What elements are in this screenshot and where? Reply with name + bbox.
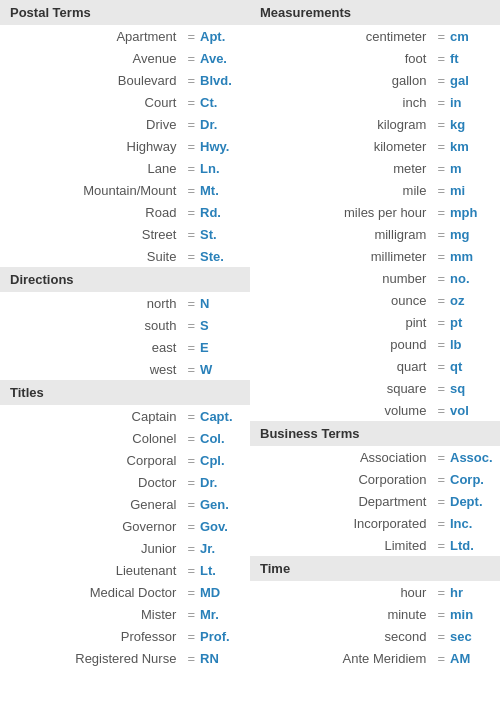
table-row: Lieutenant=Lt.	[0, 559, 250, 581]
abbreviation-label: cm	[450, 29, 500, 44]
term-label: milligram	[250, 227, 432, 242]
equals-sign: =	[432, 51, 450, 66]
term-label: volume	[250, 403, 432, 418]
abbreviation-label: Col.	[200, 431, 250, 446]
equals-sign: =	[182, 497, 200, 512]
term-label: Avenue	[0, 51, 182, 66]
abbreviation-label: Corp.	[450, 472, 500, 487]
term-label: quart	[250, 359, 432, 374]
table-row: pound=lb	[250, 333, 500, 355]
table-row: Drive=Dr.	[0, 113, 250, 135]
abbreviation-label: Cpl.	[200, 453, 250, 468]
term-label: Colonel	[0, 431, 182, 446]
section-header-1: Business Terms	[250, 421, 500, 446]
abbreviation-label: gal	[450, 73, 500, 88]
table-row: east=E	[0, 336, 250, 358]
abbreviation-label: min	[450, 607, 500, 622]
equals-sign: =	[432, 271, 450, 286]
equals-sign: =	[182, 296, 200, 311]
equals-sign: =	[432, 95, 450, 110]
equals-sign: =	[182, 340, 200, 355]
term-label: Incorporated	[250, 516, 432, 531]
term-label: north	[0, 296, 182, 311]
equals-sign: =	[432, 183, 450, 198]
term-label: Street	[0, 227, 182, 242]
term-label: west	[0, 362, 182, 377]
table-row: pint=pt	[250, 311, 500, 333]
term-label: foot	[250, 51, 432, 66]
equals-sign: =	[432, 538, 450, 553]
table-row: square=sq	[250, 377, 500, 399]
abbreviation-label: m	[450, 161, 500, 176]
equals-sign: =	[432, 494, 450, 509]
table-row: Junior=Jr.	[0, 537, 250, 559]
table-row: Mister=Mr.	[0, 603, 250, 625]
abbreviation-label: Gov.	[200, 519, 250, 534]
table-row: hour=hr	[250, 581, 500, 603]
section-header-2: Titles	[0, 380, 250, 405]
term-label: south	[0, 318, 182, 333]
table-row: volume=vol	[250, 399, 500, 421]
table-row: Registered Nurse=RN	[0, 647, 250, 669]
abbreviation-label: Ltd.	[450, 538, 500, 553]
abbreviation-label: sec	[450, 629, 500, 644]
abbreviation-label: ft	[450, 51, 500, 66]
table-row: Highway=Hwy.	[0, 135, 250, 157]
term-label: Mountain/Mount	[0, 183, 182, 198]
table-row: gallon=gal	[250, 69, 500, 91]
table-row: meter=m	[250, 157, 500, 179]
term-label: Highway	[0, 139, 182, 154]
term-label: Department	[250, 494, 432, 509]
abbreviation-label: no.	[450, 271, 500, 286]
equals-sign: =	[432, 516, 450, 531]
equals-sign: =	[182, 249, 200, 264]
table-row: miles per hour=mph	[250, 201, 500, 223]
table-row: inch=in	[250, 91, 500, 113]
term-label: Limited	[250, 538, 432, 553]
equals-sign: =	[182, 607, 200, 622]
abbreviation-label: pt	[450, 315, 500, 330]
abbreviation-label: Capt.	[200, 409, 250, 424]
table-row: minute=min	[250, 603, 500, 625]
equals-sign: =	[432, 450, 450, 465]
section-header-0: Postal Terms	[0, 0, 250, 25]
abbreviation-label: vol	[450, 403, 500, 418]
term-label: Captain	[0, 409, 182, 424]
equals-sign: =	[182, 227, 200, 242]
abbreviation-label: Ste.	[200, 249, 250, 264]
term-label: Lieutenant	[0, 563, 182, 578]
abbreviation-label: Hwy.	[200, 139, 250, 154]
term-label: Corporation	[250, 472, 432, 487]
term-label: pint	[250, 315, 432, 330]
equals-sign: =	[182, 651, 200, 666]
term-label: number	[250, 271, 432, 286]
term-label: kilometer	[250, 139, 432, 154]
term-label: inch	[250, 95, 432, 110]
table-row: Avenue=Ave.	[0, 47, 250, 69]
equals-sign: =	[432, 359, 450, 374]
left-column: Postal TermsApartment=Apt.Avenue=Ave.Bou…	[0, 0, 250, 669]
term-label: General	[0, 497, 182, 512]
abbreviation-label: E	[200, 340, 250, 355]
abbreviation-label: Ave.	[200, 51, 250, 66]
right-column: Measurementscentimeter=cmfoot=ftgallon=g…	[250, 0, 500, 669]
term-label: Corporal	[0, 453, 182, 468]
table-row: north=N	[0, 292, 250, 314]
abbreviation-label: Mr.	[200, 607, 250, 622]
table-row: Limited=Ltd.	[250, 534, 500, 556]
term-label: minute	[250, 607, 432, 622]
equals-sign: =	[182, 29, 200, 44]
equals-sign: =	[432, 651, 450, 666]
table-row: Road=Rd.	[0, 201, 250, 223]
table-row: Street=St.	[0, 223, 250, 245]
equals-sign: =	[182, 541, 200, 556]
table-row: number=no.	[250, 267, 500, 289]
table-row: south=S	[0, 314, 250, 336]
abbreviation-label: Prof.	[200, 629, 250, 644]
abbreviation-label: Assoc.	[450, 450, 500, 465]
abbreviation-label: St.	[200, 227, 250, 242]
term-label: miles per hour	[250, 205, 432, 220]
term-label: Medical Doctor	[0, 585, 182, 600]
equals-sign: =	[432, 315, 450, 330]
equals-sign: =	[182, 585, 200, 600]
